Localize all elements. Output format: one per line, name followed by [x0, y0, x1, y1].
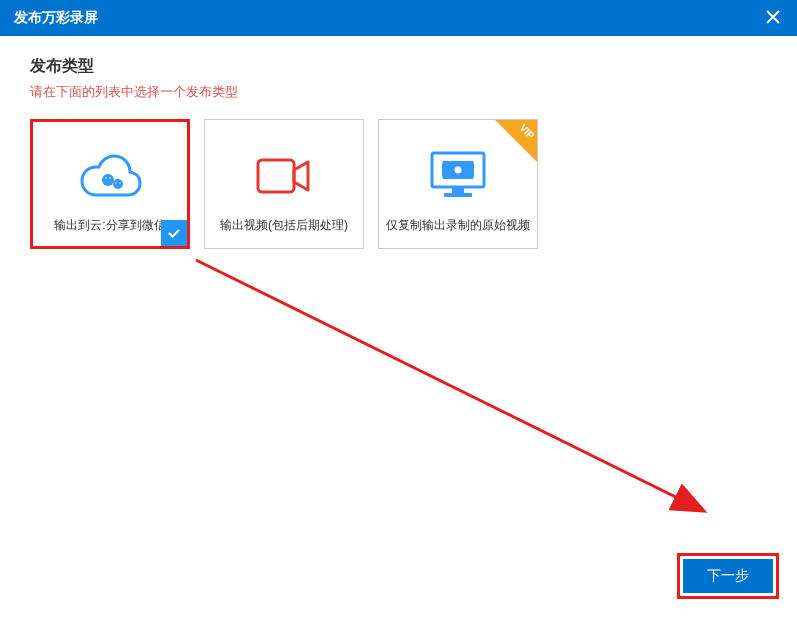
video-camera-icon	[254, 141, 314, 211]
svg-point-1	[113, 179, 123, 189]
content-area: 发布类型 请在下面的列表中选择一个发布类型 输出到云:分享到微信	[0, 36, 797, 269]
svg-rect-10	[452, 187, 464, 193]
svg-point-3	[109, 177, 111, 179]
option-cloud-share[interactable]: 输出到云:分享到微信	[30, 119, 190, 249]
annotation-arrow	[192, 256, 732, 536]
option-label: 仅复制输出录制的原始视频	[380, 217, 536, 234]
svg-rect-11	[444, 193, 472, 197]
monitor-icon	[426, 141, 490, 211]
option-label: 输出到云:分享到微信	[48, 217, 171, 234]
option-output-video[interactable]: 输出视频(包括后期处理)	[204, 119, 364, 249]
window-title: 发布万彩录屏	[14, 9, 98, 27]
next-button-highlight: 下一步	[677, 553, 779, 599]
svg-point-9	[455, 166, 462, 173]
svg-point-0	[102, 174, 114, 186]
titlebar: 发布万彩录屏	[0, 0, 797, 36]
svg-line-13	[196, 260, 702, 510]
svg-point-2	[105, 177, 107, 179]
option-copy-raw[interactable]: 仅复制输出录制的原始视频 VIP	[378, 119, 538, 249]
selected-checkmark	[161, 220, 187, 246]
cloud-icon	[70, 141, 150, 211]
check-icon	[166, 225, 182, 241]
svg-point-5	[119, 182, 120, 183]
option-group: 输出到云:分享到微信 输出视频(包括后期处理)	[30, 119, 767, 249]
svg-rect-6	[258, 160, 294, 192]
option-label: 输出视频(包括后期处理)	[214, 217, 354, 234]
close-icon	[766, 10, 780, 24]
next-button[interactable]: 下一步	[683, 559, 773, 593]
close-button[interactable]	[763, 9, 783, 27]
vip-badge-triangle	[495, 120, 537, 162]
section-subtitle: 请在下面的列表中选择一个发布类型	[30, 83, 767, 101]
section-title: 发布类型	[30, 56, 767, 77]
svg-point-4	[115, 182, 116, 183]
